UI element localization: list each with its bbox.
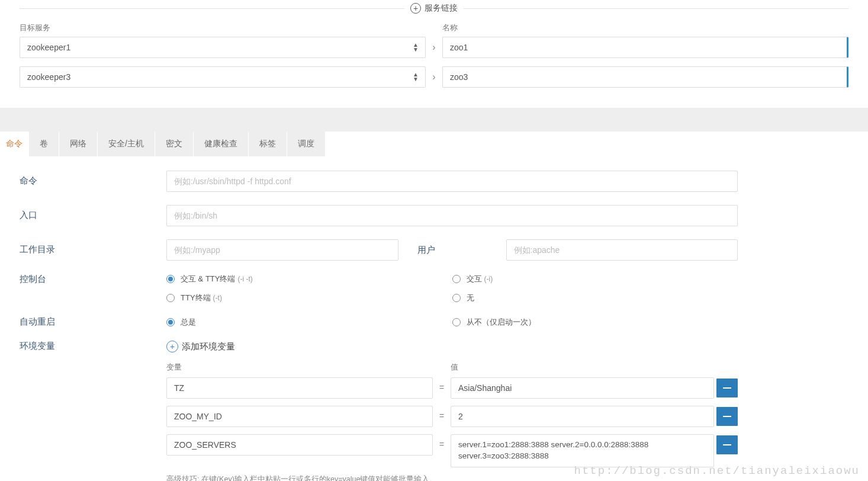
tab-scheduling[interactable]: 调度 [287, 132, 326, 156]
tab-network[interactable]: 网络 [59, 132, 98, 156]
env-key-input[interactable] [166, 406, 433, 427]
remove-env-button[interactable] [716, 379, 738, 397]
radio-suffix: (-i) [484, 275, 493, 283]
equals-sign: = [433, 434, 451, 449]
gray-band [0, 108, 868, 132]
link-name-label: 名称 [442, 23, 848, 33]
service-links-title-wrap[interactable]: + 服务链接 [404, 3, 464, 14]
select-arrows-icon: ▲▼ [413, 72, 418, 82]
command-input[interactable] [166, 171, 738, 192]
command-row: 命令 [20, 171, 848, 192]
console-option-interactive[interactable]: 交互 (-i) [452, 274, 738, 284]
console-label: 控制台 [20, 274, 166, 303]
link-row: zookeeper3 ▲▼ › [20, 66, 848, 88]
radio-suffix: (-t) [213, 294, 222, 302]
env-var-row: = [166, 406, 738, 427]
workdir-input[interactable] [166, 239, 398, 261]
user-input[interactable] [506, 239, 738, 261]
console-option-interactive-tty[interactable]: 交互 & TTY终端 (-i -t) [166, 274, 452, 284]
remove-env-button[interactable] [716, 435, 738, 454]
workdir-label: 工作目录 [20, 239, 166, 261]
minus-icon [723, 387, 731, 389]
divider-line [464, 8, 848, 9]
remove-env-button[interactable] [716, 407, 738, 426]
service-links-divider: + 服务链接 [0, 0, 868, 17]
service-links-header: 目标服务 名称 [20, 23, 848, 33]
radio-icon [166, 275, 175, 283]
target-service-label: 目标服务 [20, 23, 426, 33]
select-arrows-icon: ▲▼ [413, 43, 418, 52]
user-label: 用户 [417, 245, 506, 256]
radio-icon [452, 318, 461, 326]
target-service-value: zookeeper3 [27, 72, 70, 82]
service-links-area: 目标服务 名称 zookeeper1 ▲▼ › zookeeper3 ▲▼ › [0, 17, 868, 108]
env-key-input[interactable] [166, 434, 433, 456]
entry-row: 入口 [20, 205, 848, 226]
env-key-input[interactable] [166, 377, 433, 399]
radio-icon [452, 275, 461, 283]
tab-labels[interactable]: 标签 [249, 132, 287, 156]
add-env-button[interactable]: + 添加环境变量 [166, 341, 235, 352]
service-links-title: 服务链接 [425, 3, 458, 14]
env-var-row: = [166, 377, 738, 399]
env-var-row: = [166, 434, 738, 467]
target-service-value: zookeeper1 [27, 43, 70, 52]
divider-line [20, 8, 404, 9]
entry-label: 入口 [20, 205, 166, 226]
tab-healthcheck[interactable]: 健康检查 [194, 132, 249, 156]
plus-circle-icon: + [166, 341, 178, 352]
radio-label: TTY终端 [181, 293, 211, 303]
restart-option-never[interactable]: 从不（仅启动一次） [452, 316, 738, 328]
chevron-right-icon: › [426, 42, 442, 53]
command-form: 命令 入口 工作目录 用户 控制台 交互 & TTY终端 (-i -t) 交互 … [0, 156, 868, 481]
link-name-input[interactable] [442, 66, 848, 88]
target-service-select[interactable]: zookeeper3 ▲▼ [20, 66, 426, 88]
tabs: 命令 卷 网络 安全/主机 密文 健康检查 标签 调度 [0, 132, 868, 156]
console-option-none[interactable]: 无 [452, 293, 738, 303]
env-val-header: 值 [451, 362, 714, 373]
tab-command[interactable]: 命令 [0, 132, 29, 156]
radio-label: 交互 [467, 274, 482, 284]
link-name-input[interactable] [442, 37, 848, 58]
env-var-header: 变量 [166, 362, 433, 373]
console-row: 控制台 交互 & TTY终端 (-i -t) 交互 (-i) TTY终端 (-t… [20, 274, 848, 303]
radio-icon [452, 294, 461, 302]
env-value-input[interactable] [451, 377, 714, 399]
radio-label: 总是 [181, 317, 196, 328]
env-tip: 高级技巧: 在键(Key)输入栏中粘贴一行或多行的key=value键值对能够批… [166, 474, 738, 481]
radio-label: 无 [467, 293, 474, 303]
env-value-input[interactable] [451, 406, 714, 427]
radio-icon [166, 318, 175, 326]
link-row: zookeeper1 ▲▼ › [20, 37, 848, 58]
equals-sign: = [433, 377, 451, 392]
tab-secret[interactable]: 密文 [155, 132, 194, 156]
minus-icon [723, 416, 731, 417]
tab-volume[interactable]: 卷 [29, 132, 59, 156]
restart-row: 自动重启 总是 从不（仅启动一次） [20, 316, 848, 328]
radio-label: 交互 & TTY终端 [181, 274, 235, 284]
entry-input[interactable] [166, 205, 738, 226]
tab-security-host[interactable]: 安全/主机 [98, 132, 155, 156]
add-env-label: 添加环境变量 [182, 341, 235, 352]
minus-icon [723, 444, 731, 445]
command-label: 命令 [20, 171, 166, 192]
equals-sign: = [433, 406, 451, 421]
radio-icon [166, 294, 175, 302]
env-headers: 变量 值 [166, 362, 738, 373]
console-option-tty[interactable]: TTY终端 (-t) [166, 293, 452, 303]
radio-label: 从不（仅启动一次） [467, 317, 536, 328]
target-service-select[interactable]: zookeeper1 ▲▼ [20, 37, 426, 58]
env-value-textarea[interactable] [451, 434, 714, 467]
radio-suffix: (-i -t) [237, 275, 252, 283]
workdir-user-row: 工作目录 用户 [20, 239, 848, 261]
restart-option-always[interactable]: 总是 [166, 316, 452, 328]
restart-label: 自动重启 [20, 316, 166, 328]
plus-circle-icon: + [410, 3, 421, 14]
chevron-right-icon: › [426, 72, 442, 82]
env-row-header: 环境变量 + 添加环境变量 变量 值 = = [20, 341, 848, 481]
env-label: 环境变量 [20, 341, 166, 481]
